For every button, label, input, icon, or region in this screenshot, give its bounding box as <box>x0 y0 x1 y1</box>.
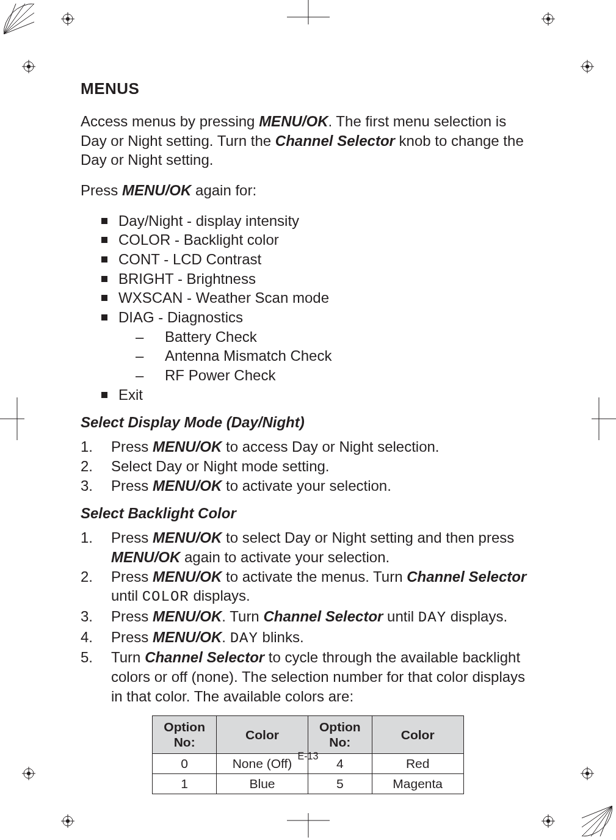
text: displays. <box>446 608 507 625</box>
text: Press <box>111 529 153 546</box>
press-again-paragraph: Press MENU/OK again for: <box>81 181 535 200</box>
table-row: 1 Blue 5 Magenta <box>153 773 463 794</box>
menu-ok-label: MENU/OK <box>153 568 222 585</box>
svg-point-15 <box>585 772 589 775</box>
menu-ok-label: MENU/OK <box>122 182 191 198</box>
display-mode-steps: Press MENU/OK to access Day or Night sel… <box>81 437 535 495</box>
text: Press <box>81 182 122 198</box>
text: to select Day or Night setting and then … <box>222 529 514 546</box>
list-item: Day/Night - display intensity <box>101 211 535 231</box>
list-item: CONT - LCD Contrast <box>101 250 535 269</box>
menu-ok-label: MENU/OK <box>153 477 222 494</box>
menu-ok-label: MENU/OK <box>153 529 222 546</box>
registration-mark-icon <box>581 767 594 780</box>
table-cell: Red <box>372 753 463 773</box>
list-item: Turn Channel Selector to cycle through t… <box>81 648 535 706</box>
text: Press <box>111 438 153 455</box>
text: blinks. <box>258 629 304 645</box>
text: . Turn <box>222 608 263 625</box>
text: to activate the menus. Turn <box>222 568 407 585</box>
lcd-text: DAY <box>418 609 446 626</box>
list-item: DIAG - Diagnostics Battery Check Antenna… <box>101 308 535 385</box>
svg-point-7 <box>585 65 589 68</box>
list-item: Press MENU/OK. DAY blinks. <box>81 628 535 648</box>
text: until <box>383 608 418 625</box>
text: until <box>111 587 142 604</box>
channel-selector-label: Channel Selector <box>407 568 526 585</box>
table-header: Option No: <box>153 716 217 753</box>
text: again to activate your selection. <box>180 549 390 565</box>
center-crop-mark-icon <box>0 397 24 443</box>
text: to activate your selection. <box>222 477 391 494</box>
center-crop-mark-icon <box>592 397 616 443</box>
list-item: Press MENU/OK. Turn Channel Selector unt… <box>81 607 535 628</box>
channel-selector-label: Channel Selector <box>263 608 383 625</box>
text: Turn <box>111 649 145 665</box>
channel-selector-label: Channel Selector <box>275 132 395 149</box>
table-cell: 1 <box>153 773 217 794</box>
center-crop-mark-icon <box>287 813 330 840</box>
registration-mark-icon <box>61 814 74 828</box>
text: Press <box>111 477 153 494</box>
menu-ok-label: MENU/OK <box>111 549 180 565</box>
text: Press <box>111 608 153 625</box>
table-cell: None (Off) <box>217 753 308 773</box>
table-cell: Blue <box>217 773 308 794</box>
text: . <box>222 629 230 645</box>
svg-point-31 <box>546 819 550 823</box>
menu-ok-label: MENU/OK <box>259 113 328 129</box>
registration-mark-icon <box>542 12 555 26</box>
list-item: Press MENU/OK to activate the menus. Tur… <box>81 567 535 607</box>
registration-mark-icon <box>542 814 555 828</box>
list-item: WXSCAN - Weather Scan mode <box>101 288 535 308</box>
section-heading: MENUS <box>81 79 535 98</box>
corner-fan-icon <box>582 806 612 836</box>
diag-sublist: Battery Check Antenna Mismatch Check RF … <box>136 327 535 385</box>
list-item: Antenna Mismatch Check <box>136 346 535 366</box>
svg-point-3 <box>27 65 31 68</box>
svg-point-23 <box>546 17 550 21</box>
corner-fan-icon <box>4 4 34 34</box>
channel-selector-label: Channel Selector <box>145 649 264 665</box>
sub-heading-display-mode: Select Display Mode (Day/Night) <box>81 414 535 431</box>
text: again for: <box>191 182 256 198</box>
table-header: Color <box>372 716 463 753</box>
registration-mark-icon <box>581 60 594 73</box>
menu-ok-label: MENU/OK <box>153 438 222 455</box>
text: displays. <box>189 587 250 604</box>
svg-point-27 <box>66 819 70 823</box>
svg-point-19 <box>66 17 70 21</box>
list-item: RF Power Check <box>136 366 535 385</box>
registration-mark-icon <box>22 767 35 780</box>
menu-list: Day/Night - display intensity COLOR - Ba… <box>101 211 535 405</box>
page-content: MENUS Access menus by pressing MENU/OK. … <box>81 79 535 794</box>
text: Press <box>111 568 153 585</box>
list-item: Press MENU/OK to access Day or Night sel… <box>81 437 535 457</box>
registration-mark-icon <box>61 12 74 26</box>
intro-paragraph: Access menus by pressing MENU/OK. The fi… <box>81 112 535 170</box>
list-item: COLOR - Backlight color <box>101 230 535 250</box>
backlight-color-steps: Press MENU/OK to select Day or Night set… <box>81 528 535 706</box>
lcd-text: DAY <box>230 630 258 646</box>
table-header-row: Option No: Color Option No: Color <box>153 716 463 753</box>
menu-ok-label: MENU/OK <box>153 608 222 625</box>
sub-heading-backlight-color: Select Backlight Color <box>81 505 535 522</box>
lcd-text: COLOR <box>142 588 189 605</box>
list-item: Select Day or Night mode setting. <box>81 457 535 476</box>
list-item: BRIGHT - Brightness <box>101 269 535 289</box>
text: to access Day or Night selection. <box>222 438 439 455</box>
registration-mark-icon <box>22 60 35 73</box>
list-item: Press MENU/OK to activate your selection… <box>81 476 535 496</box>
svg-point-11 <box>27 772 31 775</box>
list-item: Press MENU/OK to select Day or Night set… <box>81 528 535 567</box>
list-item: Exit <box>101 385 535 405</box>
table-header: Option No: <box>308 716 372 753</box>
table-cell: 5 <box>308 773 372 794</box>
table-header: Color <box>217 716 308 753</box>
list-item: Battery Check <box>136 327 535 347</box>
center-crop-mark-icon <box>287 0 330 27</box>
text: Press <box>111 629 153 645</box>
table-cell: Magenta <box>372 773 463 794</box>
text: DIAG - Diagnostics <box>118 309 243 325</box>
page-number: E-13 <box>298 751 319 762</box>
